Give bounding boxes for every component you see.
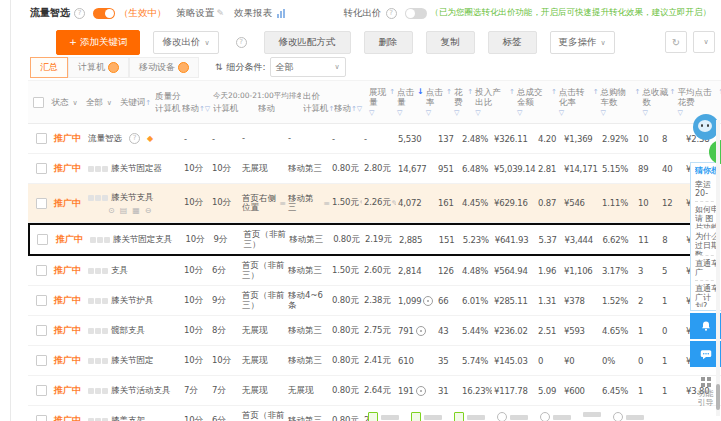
modify-match-button[interactable]: 修改匹配方式 (264, 31, 351, 54)
effect-report-link[interactable]: 效果报表 (234, 7, 272, 20)
bid-pc-cell: 0.80元 (330, 154, 362, 183)
status-badge: 推广中 (56, 233, 83, 246)
remove-icon[interactable]: ⊖ (145, 206, 152, 215)
rank-mobile-cell-value: 移动第三 (288, 266, 322, 276)
tag-button[interactable]: 标签 (488, 31, 537, 54)
tab-mobile[interactable]: 移动设备 (129, 57, 199, 78)
quality-pc-sort[interactable]: 计算机 (155, 103, 182, 114)
bid-mobile-cell: - (362, 124, 396, 153)
keyword-link[interactable]: 膝关节护具 (111, 295, 154, 307)
vertical-scrollbar[interactable] (716, 120, 720, 416)
keyword-table: 状态 全部 关键词 质量分 计算机 移动 今天20:00-21:00平均排名 计… (28, 80, 721, 421)
chart-icon[interactable]: ▦ (132, 206, 140, 215)
checkbox-icon (36, 295, 47, 306)
smart-traffic-toggle[interactable] (93, 8, 115, 19)
ctr-cell: 6.48% (460, 154, 492, 183)
conversion-bid-title: 转化出价 (344, 7, 382, 20)
row-checkbox[interactable] (28, 184, 52, 222)
gmv-sort-header[interactable]: 总成交金额 (515, 81, 557, 123)
row-checkbox[interactable] (28, 376, 52, 405)
cost-cell-value: ¥641.93 (495, 235, 529, 245)
clicks-cell: 161 (436, 184, 460, 222)
status-filter[interactable]: 状态 (52, 97, 78, 108)
delete-button[interactable]: 删除 (364, 31, 413, 54)
impressions-sort-header[interactable]: 展现量 (367, 81, 395, 123)
roi-sort-header[interactable]: 投入产出比 (473, 81, 515, 123)
row-checkbox[interactable] (30, 225, 54, 254)
fav-sort-header[interactable]: 总收藏数 (640, 81, 675, 123)
action-toolbar: + 添加关键词 修改出价 修改匹配方式 删除 复制 标签 更多操作 ↻ (56, 29, 719, 55)
clicks-cell-value: 66 (438, 296, 448, 306)
strategy-settings-link[interactable]: 策略设置 (177, 7, 215, 20)
cvr-cell: 2.92% (600, 124, 636, 153)
sort-up-icon (199, 105, 205, 113)
roi-cell: 5.37 (537, 225, 563, 254)
clicks-cell: 951 (436, 154, 460, 183)
row-checkbox[interactable] (28, 406, 52, 421)
top-bar: 流量智选 （生效中） 策略设置 效果报表 转化出价 （已为您圈选转化出价功能，开… (30, 4, 717, 22)
smart-traffic-row-label[interactable]: 流量智选 (88, 133, 122, 145)
impressions-cell: 610 (396, 346, 436, 375)
row-checkbox[interactable] (28, 256, 52, 285)
rank-pc-cell: 无展现 (240, 376, 286, 405)
mascot-eye-icon (707, 124, 709, 127)
checkbox-icon (36, 325, 47, 336)
tab-summary[interactable]: 汇总 (30, 57, 68, 78)
keyword-link[interactable]: 膝关节固定支具 (113, 234, 173, 246)
clicks-sort-header[interactable]: 点击量 (395, 81, 424, 123)
edit-pencil-icon[interactable] (217, 8, 225, 18)
cart-sort-header[interactable]: 总购物车数 (599, 81, 641, 123)
keyword-link[interactable]: 膝关节固定 (111, 355, 154, 367)
status-badge: 推广中 (54, 384, 81, 397)
more-actions-dropdown[interactable]: 更多操作 (550, 31, 615, 54)
scope-filter[interactable]: 全部 (86, 97, 112, 108)
keyword-link[interactable]: 膝关节支具 (111, 192, 154, 204)
keyword-link[interactable]: 膝盖支架 (111, 415, 145, 421)
cart-cell: 1 (636, 376, 660, 405)
conversion-bid-toggle[interactable] (405, 8, 427, 19)
quality-mobile-sort[interactable]: 移动 (182, 103, 211, 114)
header-left-group: 状态 全部 关键词 (48, 81, 153, 123)
rank-mobile-cell: 移动第三 (286, 154, 330, 183)
keyword-sort-header[interactable]: 关键词 (120, 97, 151, 108)
cvr-sort-header[interactable]: 点击转化率 (557, 81, 599, 123)
bid-mobile-cell-value: 2.41元 (364, 355, 390, 367)
quality-pc-cell-value: 10分 (184, 265, 203, 277)
quality-pc-cell: 7分 (182, 376, 210, 405)
insight-icon[interactable]: ⊙ (108, 206, 115, 215)
row-checkbox[interactable] (28, 124, 52, 153)
keyword-link[interactable]: 支具 (111, 265, 128, 277)
keyword-link[interactable]: 膝关节活动支具 (111, 385, 171, 397)
row-checkbox[interactable] (28, 286, 52, 315)
cost-sort-header[interactable]: 花费 (452, 81, 473, 123)
copy-button[interactable]: 复制 (426, 31, 475, 54)
collapse-chevron-button[interactable] (693, 31, 715, 53)
bar-chart-icon[interactable] (277, 9, 285, 18)
scrollbar-thumb[interactable] (716, 384, 720, 410)
smart-traffic-diamond-icon (147, 134, 153, 143)
bid-pc-cell[interactable]: 1.50元 (330, 184, 362, 222)
bid-mobile-sort[interactable]: 移动 (334, 103, 367, 114)
cvr-cell-value: 5.15% (602, 164, 628, 174)
row-checkbox[interactable] (28, 316, 52, 345)
tab-pc[interactable]: 计算机 (68, 57, 129, 78)
keyword-link[interactable]: 髋部支具 (111, 325, 145, 337)
checkbox-icon (36, 163, 47, 174)
segment-select[interactable]: 全部 (270, 57, 346, 77)
quality-pc-cell-value: - (184, 134, 187, 144)
report-icon[interactable]: ▤ (120, 206, 128, 215)
modify-bid-dropdown[interactable]: 修改出价 (153, 31, 218, 54)
keyword-link[interactable]: 膝关节固定器 (111, 163, 162, 175)
ctr-sort-header[interactable]: 点击率 (424, 81, 452, 123)
keyword-tool-icons[interactable]: ⊙▤▦⊖ (108, 206, 154, 215)
bid-pc-sort[interactable]: 计算机 (303, 103, 334, 114)
add-keyword-button[interactable]: + 添加关键词 (56, 30, 140, 55)
bid-mobile-cell[interactable]: 2.26元 (362, 184, 396, 222)
table-header: 状态 全部 关键词 质量分 计算机 移动 今天20:00-21:00平均排名 计… (28, 80, 721, 124)
rank-list-icon[interactable] (323, 199, 330, 208)
row-checkbox[interactable] (28, 346, 52, 375)
refresh-settings-icon[interactable]: ↻ (665, 31, 687, 53)
row-checkbox[interactable] (28, 154, 52, 183)
rank-list-icon[interactable] (279, 199, 286, 208)
select-all-checkbox[interactable] (28, 81, 48, 123)
